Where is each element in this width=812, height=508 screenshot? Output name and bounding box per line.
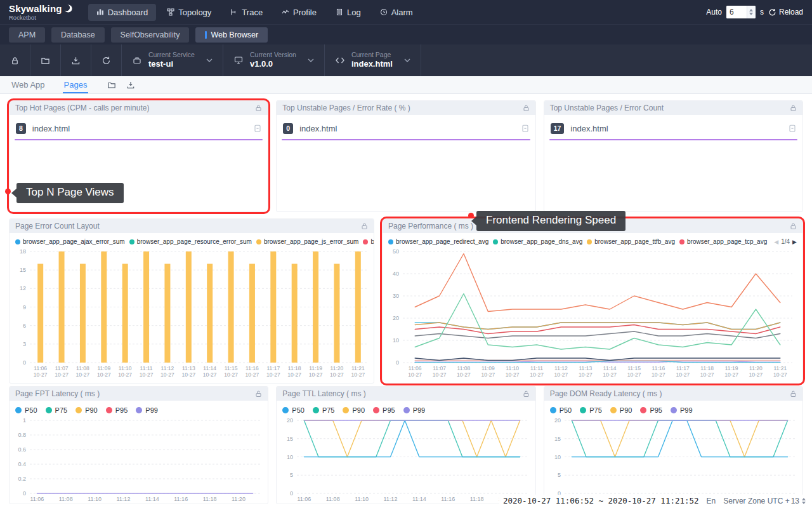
- legend-item[interactable]: P99: [403, 406, 426, 414]
- download-icon[interactable]: [126, 81, 135, 90]
- nav-topology[interactable]: Topology: [159, 4, 219, 21]
- annotation-dot: [5, 189, 11, 194]
- svg-text:11:06: 11:06: [298, 496, 311, 502]
- lock-icon[interactable]: [255, 104, 262, 112]
- lock-icon[interactable]: [790, 390, 797, 398]
- svg-text:20: 20: [554, 417, 561, 424]
- page-name-link[interactable]: index.html: [32, 124, 247, 133]
- current-service-selector[interactable]: Current Service test-ui: [122, 44, 223, 76]
- svg-text:11:1910-27: 11:1910-27: [724, 365, 738, 378]
- legend-item[interactable]: P50: [282, 406, 304, 414]
- legend-item[interactable]: P90: [343, 406, 365, 414]
- legend-dot-icon: [403, 407, 410, 413]
- legend-item[interactable]: P95: [640, 406, 662, 414]
- group-database[interactable]: Database: [51, 27, 105, 43]
- svg-text:5: 5: [558, 472, 561, 478]
- legend-item[interactable]: browser_app_page_tcp_avg: [679, 238, 767, 245]
- card-title: Top Unstable Pages / Error Rate ( % ): [282, 104, 410, 112]
- page-performance-line-chart[interactable]: 0102030405011:0610-2711:0710-2711:0810-2…: [383, 246, 802, 383]
- svg-text:11:18: 11:18: [203, 496, 217, 502]
- auto-interval-input[interactable]: [726, 6, 747, 18]
- legend-item[interactable]: P50: [550, 406, 572, 414]
- legend-item[interactable]: browser_app_page_dns_avg: [493, 238, 582, 245]
- fpt-latency-line-chart[interactable]: 00.20.40.60.8111:0611:0811:1011:1211:141…: [10, 415, 268, 504]
- dom-ready-latency-line-chart[interactable]: 0510152011:0611:0811:1011:1211:1411:1611…: [544, 415, 802, 504]
- tab-web-app[interactable]: Web App: [10, 77, 46, 93]
- svg-text:11:1310-27: 11:1310-27: [579, 365, 593, 378]
- legend-dot-icon: [679, 239, 684, 244]
- folder-icon[interactable]: [107, 81, 116, 90]
- error-rate-card: Top Unstable Pages / Error Rate ( % ) 0 …: [276, 100, 535, 212]
- lock-icon[interactable]: [790, 222, 797, 230]
- current-page-selector[interactable]: Current Page index.html: [325, 44, 421, 76]
- legend-dot-icon: [373, 407, 379, 413]
- chart-legend: P50P75P90P95P99: [544, 401, 802, 415]
- legend-item[interactable]: browser_a: [363, 238, 374, 245]
- legend-item[interactable]: P90: [610, 406, 632, 414]
- selector-value: index.html: [351, 59, 393, 69]
- svg-text:11:14: 11:14: [412, 496, 426, 502]
- svg-text:11:1410-27: 11:1410-27: [203, 365, 217, 378]
- svg-text:11:0810-27: 11:0810-27: [457, 365, 471, 378]
- tab-pages[interactable]: Pages: [63, 77, 89, 93]
- annotation-tooltip: Frontend Rendering Speed: [476, 211, 625, 231]
- ttl-latency-line-chart[interactable]: 0510152011:0611:0811:1011:1211:1411:1611…: [277, 415, 535, 504]
- auto-interval-input-wrap: [726, 6, 756, 18]
- error-count-bar-chart[interactable]: 036912151811:0610-2711:0710-2711:0810-27…: [10, 246, 374, 383]
- time-range-footer: 2020-10-27 11:06:52 ~ 2020-10-27 11:21:5…: [499, 495, 809, 507]
- import-dashboard-button[interactable]: [30, 44, 61, 76]
- page-name-link[interactable]: index.html: [299, 124, 514, 133]
- lock-icon[interactable]: [523, 104, 530, 112]
- page-ttl-latency-card: Page TTL Latency ( ms ) P50P75P90P95P99 …: [276, 386, 535, 504]
- pager-prev-icon[interactable]: ◀: [774, 239, 778, 245]
- legend-item[interactable]: P50: [15, 406, 37, 414]
- svg-text:11:14: 11:14: [145, 496, 159, 502]
- legend-item[interactable]: browser_app_page_resource_error_sum: [129, 238, 252, 245]
- lock-icon[interactable]: [255, 390, 262, 398]
- svg-text:11:0910-27: 11:0910-27: [481, 365, 495, 378]
- reload-button[interactable]: Reload: [768, 8, 803, 17]
- lock-icon[interactable]: [790, 104, 797, 112]
- language-selector[interactable]: En: [707, 497, 716, 505]
- legend-item[interactable]: browser_app_page_ajax_error_sum: [15, 238, 125, 245]
- legend-item[interactable]: browser_app_page_ttfb_avg: [587, 238, 675, 245]
- copy-icon[interactable]: [789, 124, 796, 133]
- copy-icon[interactable]: [521, 124, 529, 133]
- group-selfobservability[interactable]: SelfObservability: [111, 27, 190, 43]
- auto-interval-stepper[interactable]: [747, 6, 756, 18]
- group-apm[interactable]: APM: [9, 27, 45, 43]
- svg-text:15: 15: [554, 436, 561, 442]
- legend-item[interactable]: P90: [75, 406, 98, 414]
- legend-item[interactable]: P99: [671, 406, 693, 414]
- nav-dashboard[interactable]: Dashboard: [88, 4, 157, 21]
- current-version-selector[interactable]: Current Version v1.0.0: [223, 44, 325, 76]
- legend-item[interactable]: P95: [106, 406, 128, 414]
- time-range-picker[interactable]: 2020-10-27 11:06:52 ~ 2020-10-27 11:21:5…: [503, 496, 699, 505]
- nav-profile[interactable]: Profile: [273, 4, 325, 21]
- page-name-link[interactable]: index.html: [570, 124, 782, 133]
- svg-text:11:10: 11:10: [88, 496, 102, 502]
- export-dashboard-button[interactable]: [61, 44, 91, 76]
- zone-stepper[interactable]: [802, 498, 806, 504]
- service-icon: [132, 55, 142, 65]
- nav-trace[interactable]: Trace: [222, 4, 271, 21]
- pager-next-icon[interactable]: ▶: [792, 239, 797, 245]
- lock-icon[interactable]: [361, 222, 368, 230]
- legend-item[interactable]: P99: [136, 406, 158, 414]
- legend-dot-icon: [282, 407, 289, 413]
- refresh-templates-button[interactable]: [91, 44, 122, 76]
- legend-item[interactable]: P75: [46, 406, 68, 414]
- legend-item[interactable]: P75: [580, 406, 602, 414]
- lock-icon[interactable]: [523, 390, 530, 398]
- legend-item[interactable]: browser_app_page_js_error_sum: [256, 238, 359, 245]
- group-web-browser[interactable]: Web Browser: [195, 27, 268, 43]
- nav-log[interactable]: Log: [327, 4, 369, 21]
- lock-edit-button[interactable]: [0, 44, 30, 76]
- card-title: Page FPT Latency ( ms ): [15, 389, 100, 398]
- legend-item[interactable]: P95: [373, 406, 395, 414]
- copy-icon[interactable]: [254, 124, 261, 133]
- skywalking-logo[interactable]: Skywalking Rocketbot: [9, 4, 73, 21]
- nav-alarm[interactable]: Alarm: [372, 4, 421, 21]
- legend-item[interactable]: P75: [313, 406, 335, 414]
- legend-item[interactable]: browser_app_page_redirect_avg: [388, 238, 488, 245]
